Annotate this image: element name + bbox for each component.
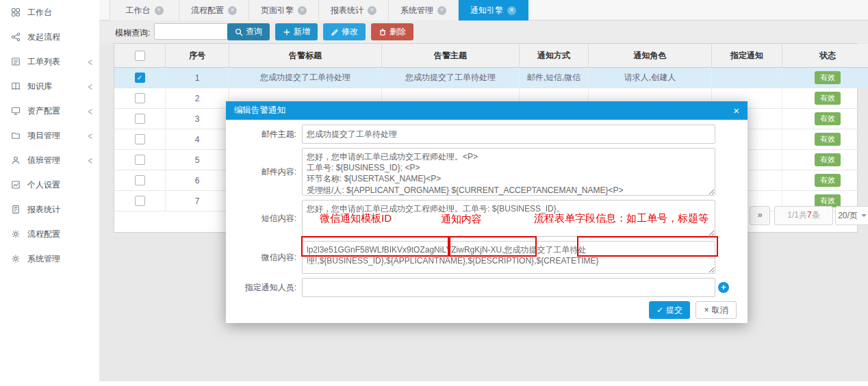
cancel-button[interactable]: ×取消 [695, 301, 737, 319]
sidebar-item-ticket-list[interactable]: 工单列表< [0, 49, 99, 74]
tab-workbench[interactable]: 工作台× [110, 0, 179, 21]
sidebar-item-duty-mgmt[interactable]: 值班管理< [0, 148, 99, 172]
delete-button[interactable]: 删除 [371, 23, 413, 40]
tab-system-mgmt[interactable]: 系统管理× [389, 0, 459, 21]
row-checkbox[interactable] [135, 155, 145, 165]
close-icon[interactable]: × [733, 105, 739, 116]
sidebar-item-process-config[interactable]: 流程配置 [0, 222, 99, 246]
tab-close-icon[interactable]: × [298, 6, 307, 15]
sidebar-item-system-mgmt[interactable]: 系统管理 [0, 246, 99, 271]
column-header: 通知角色 [589, 44, 712, 68]
table-cell: 3 [166, 109, 229, 129]
sidebar-item-start-process[interactable]: 发起流程 [0, 25, 99, 49]
row-checkbox[interactable] [135, 93, 145, 103]
dialog-title: 编辑告警通知 [234, 105, 733, 116]
tab-process-config[interactable]: 流程配置× [179, 0, 249, 21]
tab-label: 工作台 [126, 5, 151, 16]
tab-close-icon[interactable]: × [437, 6, 446, 15]
chevron-left-icon: < [88, 130, 92, 142]
notify-person-label: 指定通知人员: [231, 282, 302, 294]
sidebar-item-project-mgmt[interactable]: 项目管理< [0, 123, 99, 148]
tab-label: 通知引擎 [470, 5, 503, 16]
status-badge: 有效 [815, 71, 841, 84]
monitor-icon [11, 106, 22, 116]
select-all-header [114, 44, 166, 68]
grid-icon [11, 8, 22, 17]
tab-close-icon[interactable]: × [155, 6, 164, 15]
checkbox-cell [114, 191, 166, 211]
table-cell: 2 [166, 88, 229, 109]
tab-close-icon[interactable]: × [368, 6, 376, 15]
sidebar-item-knowledge-base[interactable]: 知识库< [0, 74, 99, 99]
sidebar-item-label: 知识库 [27, 81, 88, 92]
sidebar-item-asset-config[interactable]: 资产配置< [0, 99, 99, 123]
column-header: 序号 [166, 44, 229, 68]
row-checkbox[interactable] [135, 114, 145, 124]
edit-button[interactable]: 修改 [323, 23, 366, 40]
table-cell: 1 [166, 68, 229, 88]
fuzzy-search-input[interactable] [154, 23, 232, 40]
status-badge: 有效 [815, 174, 841, 187]
sidebar-item-label: 流程配置 [27, 229, 92, 240]
row-checkbox[interactable] [135, 196, 145, 206]
table-cell: 邮件,短信,微信 [520, 68, 589, 88]
column-header: 状态 [782, 44, 868, 68]
row-checkbox[interactable]: ✓ [135, 73, 145, 83]
row-checkbox[interactable] [135, 134, 145, 144]
email-subject-input[interactable] [302, 125, 715, 144]
wechat-content-textarea[interactable]: lp2l3e51GGnF58WLfBIKVx9tOZagNiLYZiwRgKjN… [302, 241, 715, 274]
tab-label: 流程配置 [191, 5, 224, 16]
sidebar-item-label: 值班管理 [27, 155, 88, 166]
bottom-strip [99, 381, 868, 386]
plus-icon [283, 28, 291, 36]
notify-person-input[interactable] [302, 278, 715, 297]
last-page-button[interactable]: » [750, 206, 770, 225]
sidebar-item-label: 个人设置 [27, 179, 92, 191]
sidebar-item-personal-settings[interactable]: 个人设置 [0, 172, 99, 197]
row-checkbox[interactable] [135, 175, 145, 185]
chevron-left-icon: < [88, 105, 92, 117]
chevron-down-icon [861, 214, 867, 220]
tab-label: 系统管理 [400, 5, 433, 16]
search-button[interactable]: 查询 [227, 23, 270, 40]
column-header: 通知方式 [520, 44, 589, 68]
sidebar-item-label: 工作台 [27, 7, 92, 18]
list-icon [11, 57, 22, 66]
tab-bar: 工作台×流程配置×页面引擎×报表统计×系统管理×通知引擎× [99, 0, 868, 21]
table-head: 序号告警标题告警主题通知方式通知角色指定通知状态 [114, 44, 868, 68]
page-size-select[interactable]: 20/页 [835, 206, 868, 225]
tab-report-stats[interactable]: 报表统计× [319, 0, 389, 21]
sms-content-textarea[interactable]: 您好，您申请的工单已成功交工程师处理。工单号: ${BUSINESS_ID}。 [302, 200, 715, 237]
tab-close-icon[interactable]: × [507, 6, 516, 15]
status-cell: 有效 [782, 129, 868, 150]
add-person-icon[interactable]: + [718, 282, 729, 293]
sidebar-item-label: 工单列表 [27, 56, 88, 68]
sidebar-item-report-stats[interactable]: 报表统计 [0, 197, 99, 222]
checkbox-cell [114, 88, 166, 109]
table-header-row: 序号告警标题告警主题通知方式通知角色指定通知状态 [114, 44, 868, 68]
table-cell: 您成功提交了工单待处理 [229, 68, 382, 88]
email-content-label: 邮件内容: [231, 166, 302, 178]
tab-notify-engine[interactable]: 通知引擎× [459, 0, 528, 21]
column-header: 告警标题 [229, 44, 382, 68]
tab-label: 报表统计 [331, 5, 363, 16]
chevron-left-icon: < [88, 81, 92, 92]
status-cell: 有效 [782, 109, 868, 129]
submit-button[interactable]: ✓提交 [649, 301, 690, 319]
status-cell: 有效 [782, 170, 868, 191]
email-content-textarea[interactable]: 您好，您申请的工单已成功交工程师处理。<P> 工单号: ${BUSINESS_I… [302, 148, 715, 196]
tab-page-engine[interactable]: 页面引擎× [249, 0, 319, 21]
folder-icon [11, 131, 22, 140]
add-button[interactable]: 新增 [275, 23, 318, 40]
wechat-content-label: 微信内容: [231, 252, 302, 263]
x-icon: × [704, 305, 709, 315]
select-all-checkbox[interactable] [135, 51, 145, 61]
book-icon [11, 81, 22, 91]
table-row[interactable]: ✓1您成功提交了工单待处理您成功提交了工单待处理邮件,短信,微信请求人,创建人有… [114, 68, 868, 88]
table-cell: 7 [166, 191, 229, 211]
tab-close-icon[interactable]: × [228, 6, 237, 15]
sms-content-label: 短信内容: [231, 213, 302, 224]
table-cell: 4 [166, 129, 229, 150]
screenshot-root: 工作台发起流程工单列表<知识库<资产配置<项目管理<值班管理<个人设置报表统计流… [0, 0, 868, 386]
sidebar-item-workbench[interactable]: 工作台 [0, 0, 99, 25]
